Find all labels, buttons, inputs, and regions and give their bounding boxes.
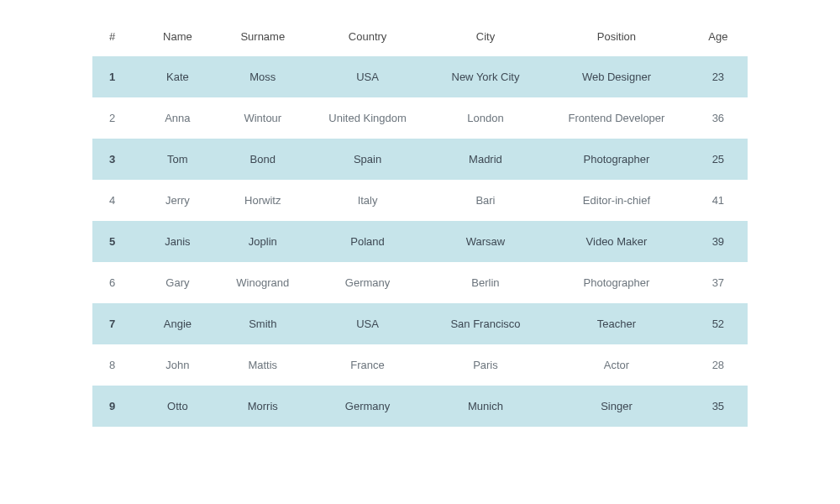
cell-country: Italy	[308, 180, 426, 221]
header-position: Position	[544, 17, 689, 56]
cell-surname: Joplin	[217, 221, 308, 262]
table-row: 1 Kate Moss USA New York City Web Design…	[92, 56, 748, 97]
cell-surname: Winogrand	[217, 262, 308, 303]
cell-name: Kate	[139, 56, 218, 97]
table-row: 3 Tom Bond Spain Madrid Photographer 25	[92, 139, 748, 180]
table-row: 2 Anna Wintour United Kingdom London Fro…	[92, 97, 748, 139]
table-row: 7 Angie Smith USA San Francisco Teacher …	[92, 303, 748, 344]
cell-num: 8	[92, 344, 139, 386]
cell-num: 7	[92, 303, 139, 344]
cell-country: Poland	[308, 221, 426, 262]
cell-surname: Morris	[217, 386, 308, 427]
cell-country: USA	[308, 56, 426, 97]
cell-name: Angie	[139, 303, 218, 344]
cell-country: France	[308, 344, 426, 386]
cell-age: 36	[689, 97, 748, 139]
cell-num: 9	[92, 386, 139, 427]
cell-position: Singer	[544, 386, 689, 427]
cell-num: 1	[92, 56, 139, 97]
cell-surname: Mattis	[217, 344, 308, 386]
cell-surname: Bond	[217, 139, 308, 180]
cell-position: Photographer	[544, 139, 689, 180]
cell-city: London	[427, 97, 544, 139]
cell-city: San Francisco	[427, 303, 544, 344]
cell-city: Munich	[427, 386, 544, 427]
header-num: #	[92, 17, 139, 56]
header-surname: Surname	[217, 17, 308, 56]
header-city: City	[427, 17, 544, 56]
cell-age: 28	[689, 344, 748, 386]
cell-country: Germany	[308, 386, 426, 427]
cell-num: 4	[92, 180, 139, 221]
cell-name: Otto	[139, 386, 218, 427]
table-header-row: # Name Surname Country City Position Age	[92, 17, 748, 56]
cell-age: 37	[689, 262, 748, 303]
header-name: Name	[139, 17, 218, 56]
cell-surname: Wintour	[217, 97, 308, 139]
header-age: Age	[689, 17, 748, 56]
header-country: Country	[308, 17, 426, 56]
data-table-container: # Name Surname Country City Position Age…	[92, 17, 748, 427]
cell-surname: Horwitz	[217, 180, 308, 221]
cell-name: Janis	[139, 221, 218, 262]
cell-country: USA	[308, 303, 426, 344]
table-row: 4 Jerry Horwitz Italy Bari Editor-in-chi…	[92, 180, 748, 221]
cell-position: Teacher	[544, 303, 689, 344]
cell-city: Madrid	[427, 139, 544, 180]
cell-surname: Moss	[217, 56, 308, 97]
data-table: # Name Surname Country City Position Age…	[92, 17, 748, 427]
cell-position: Editor-in-chief	[544, 180, 689, 221]
cell-num: 5	[92, 221, 139, 262]
cell-age: 52	[689, 303, 748, 344]
cell-num: 3	[92, 139, 139, 180]
cell-surname: Smith	[217, 303, 308, 344]
cell-name: Tom	[139, 139, 218, 180]
table-row: 8 John Mattis France Paris Actor 28	[92, 344, 748, 386]
cell-city: Berlin	[427, 262, 544, 303]
cell-name: Gary	[139, 262, 218, 303]
cell-position: Photographer	[544, 262, 689, 303]
cell-country: Germany	[308, 262, 426, 303]
cell-age: 39	[689, 221, 748, 262]
cell-name: Jerry	[139, 180, 218, 221]
table-body: 1 Kate Moss USA New York City Web Design…	[92, 56, 748, 427]
cell-position: Web Designer	[544, 56, 689, 97]
cell-name: Anna	[139, 97, 218, 139]
cell-position: Frontend Developer	[544, 97, 689, 139]
cell-country: United Kingdom	[308, 97, 426, 139]
cell-city: Paris	[427, 344, 544, 386]
cell-age: 25	[689, 139, 748, 180]
cell-city: New York City	[427, 56, 544, 97]
cell-position: Actor	[544, 344, 689, 386]
table-row: 9 Otto Morris Germany Munich Singer 35	[92, 386, 748, 427]
table-row: 5 Janis Joplin Poland Warsaw Video Maker…	[92, 221, 748, 262]
cell-num: 2	[92, 97, 139, 139]
cell-position: Video Maker	[544, 221, 689, 262]
table-row: 6 Gary Winogrand Germany Berlin Photogra…	[92, 262, 748, 303]
cell-age: 23	[689, 56, 748, 97]
cell-city: Bari	[427, 180, 544, 221]
cell-country: Spain	[308, 139, 426, 180]
cell-name: John	[139, 344, 218, 386]
cell-city: Warsaw	[427, 221, 544, 262]
cell-age: 41	[689, 180, 748, 221]
cell-num: 6	[92, 262, 139, 303]
cell-age: 35	[689, 386, 748, 427]
